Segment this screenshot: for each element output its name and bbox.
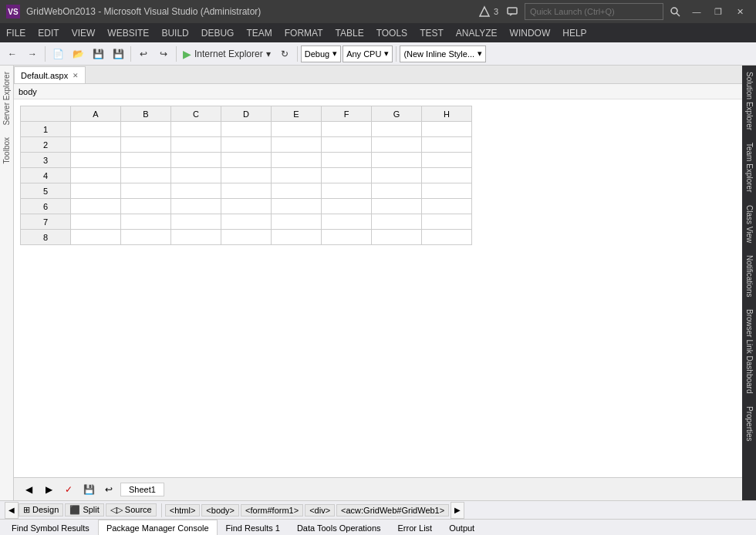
menu-item-view[interactable]: VIEW bbox=[66, 23, 102, 42]
cell-C8[interactable] bbox=[171, 230, 221, 245]
cell-B6[interactable] bbox=[121, 199, 171, 214]
output-tab-1[interactable]: Package Manager Console bbox=[98, 520, 218, 535]
cell-H2[interactable] bbox=[422, 137, 472, 153]
restore-button[interactable]: ❐ bbox=[708, 2, 728, 22]
cell-A7[interactable] bbox=[71, 214, 121, 230]
forward-button[interactable]: → bbox=[23, 45, 42, 63]
cell-F1[interactable] bbox=[322, 122, 372, 137]
cell-H5[interactable] bbox=[422, 183, 472, 199]
cell-C2[interactable] bbox=[171, 137, 221, 153]
cell-B3[interactable] bbox=[121, 153, 171, 168]
cell-H1[interactable] bbox=[422, 122, 472, 137]
debug-mode-dropdown[interactable]: Debug ▾ bbox=[301, 45, 341, 62]
menu-item-table[interactable]: TABLE bbox=[329, 23, 370, 42]
cell-A3[interactable] bbox=[71, 153, 121, 168]
cell-H7[interactable] bbox=[422, 214, 472, 230]
cell-G2[interactable] bbox=[372, 137, 422, 153]
cell-E3[interactable] bbox=[272, 153, 322, 168]
breadcrumb-tag[interactable]: <html> bbox=[165, 504, 201, 516]
breadcrumb-tag[interactable]: <body> bbox=[201, 504, 239, 516]
cell-B8[interactable] bbox=[121, 230, 171, 245]
menu-item-analyze[interactable]: ANALYZE bbox=[450, 23, 504, 42]
breadcrumb-left-arrow[interactable]: ◀ bbox=[5, 502, 19, 519]
cell-D7[interactable] bbox=[221, 214, 272, 230]
sheet-tab-1[interactable]: Sheet1 bbox=[120, 483, 164, 496]
breadcrumb-tag[interactable]: <form#form1> bbox=[241, 504, 303, 516]
cell-E6[interactable] bbox=[272, 199, 322, 214]
menu-item-test[interactable]: TEST bbox=[413, 23, 450, 42]
style-dropdown[interactable]: (New Inline Style... ▾ bbox=[400, 45, 486, 62]
cell-F3[interactable] bbox=[322, 153, 372, 168]
document-tab-default-aspx[interactable]: Default.aspx ✕ bbox=[14, 66, 86, 83]
cell-H6[interactable] bbox=[422, 199, 472, 214]
cell-D2[interactable] bbox=[221, 137, 272, 153]
cell-F2[interactable] bbox=[322, 137, 372, 153]
cell-A8[interactable] bbox=[71, 230, 121, 245]
notifications-tab[interactable]: Notifications bbox=[744, 249, 755, 303]
solution-explorer-tab[interactable]: Solution Explorer bbox=[744, 66, 755, 136]
menu-item-website[interactable]: WEBSITE bbox=[101, 23, 155, 42]
cell-B4[interactable] bbox=[121, 168, 171, 183]
cell-A1[interactable] bbox=[71, 122, 121, 137]
undo-button[interactable]: ↩ bbox=[134, 45, 153, 63]
output-tab-4[interactable]: Error List bbox=[390, 520, 441, 535]
design-tab[interactable]: ⊞ Design bbox=[19, 503, 63, 516]
platform-dropdown[interactable]: Any CPU ▾ bbox=[343, 45, 393, 62]
cell-C3[interactable] bbox=[171, 153, 221, 168]
cell-F6[interactable] bbox=[322, 199, 372, 214]
menu-item-format[interactable]: FORMAT bbox=[278, 23, 329, 42]
run-button[interactable]: ▶ Internet Explorer ▾ bbox=[180, 45, 274, 63]
cell-C1[interactable] bbox=[171, 122, 221, 137]
breadcrumb-tag[interactable]: <acw:GridWeb#GridWeb1> bbox=[336, 504, 449, 516]
undo-sheet-button[interactable]: ↩ bbox=[100, 481, 117, 498]
cell-D1[interactable] bbox=[221, 122, 272, 137]
cell-H3[interactable] bbox=[422, 153, 472, 168]
cell-G3[interactable] bbox=[372, 153, 422, 168]
cell-E2[interactable] bbox=[272, 137, 322, 153]
save-button[interactable]: 💾 bbox=[89, 45, 107, 63]
output-tab-2[interactable]: Find Results 1 bbox=[218, 520, 289, 535]
check-button[interactable]: ✓ bbox=[60, 481, 77, 498]
cell-E8[interactable] bbox=[272, 230, 322, 245]
cell-F4[interactable] bbox=[322, 168, 372, 183]
cell-A2[interactable] bbox=[71, 137, 121, 153]
new-file-button[interactable]: 📄 bbox=[49, 45, 67, 63]
cell-F5[interactable] bbox=[322, 183, 372, 199]
output-tab-3[interactable]: Data Tools Operations bbox=[289, 520, 390, 535]
cell-A4[interactable] bbox=[71, 168, 121, 183]
cell-D6[interactable] bbox=[221, 199, 272, 214]
cell-H4[interactable] bbox=[422, 168, 472, 183]
quick-launch-input[interactable] bbox=[525, 3, 663, 20]
cell-D8[interactable] bbox=[221, 230, 272, 245]
output-tab-5[interactable]: Output bbox=[440, 520, 483, 535]
cell-F8[interactable] bbox=[322, 230, 372, 245]
cell-D5[interactable] bbox=[221, 183, 272, 199]
cell-G5[interactable] bbox=[372, 183, 422, 199]
cell-B1[interactable] bbox=[121, 122, 171, 137]
cell-H8[interactable] bbox=[422, 230, 472, 245]
source-tab[interactable]: ◁▷ Source bbox=[106, 503, 157, 516]
cell-A6[interactable] bbox=[71, 199, 121, 214]
grid-editor[interactable]: A B C D E F G H 12345678 bbox=[14, 99, 742, 477]
menu-item-edit[interactable]: EDIT bbox=[32, 23, 65, 42]
menu-item-window[interactable]: WINDOW bbox=[504, 23, 557, 42]
properties-tab[interactable]: Properties bbox=[744, 400, 755, 448]
browser-link-tab[interactable]: Browser Link Dashboard bbox=[744, 303, 755, 400]
menu-item-debug[interactable]: DEBUG bbox=[195, 23, 241, 42]
cell-A5[interactable] bbox=[71, 183, 121, 199]
team-explorer-tab[interactable]: Team Explorer bbox=[744, 136, 755, 198]
open-file-button[interactable]: 📂 bbox=[69, 45, 87, 63]
menu-item-tools[interactable]: TOOLS bbox=[370, 23, 413, 42]
cell-E7[interactable] bbox=[272, 214, 322, 230]
minimize-button[interactable]: — bbox=[687, 2, 707, 22]
cell-B2[interactable] bbox=[121, 137, 171, 153]
menu-item-team[interactable]: TEAM bbox=[240, 23, 278, 42]
cell-F7[interactable] bbox=[322, 214, 372, 230]
cell-C7[interactable] bbox=[171, 214, 221, 230]
refresh-button[interactable]: ↻ bbox=[275, 45, 294, 63]
cell-C4[interactable] bbox=[171, 168, 221, 183]
menu-item-help[interactable]: HELP bbox=[556, 23, 592, 42]
back-button[interactable]: ← bbox=[3, 45, 22, 63]
cell-E1[interactable] bbox=[272, 122, 322, 137]
output-tab-0[interactable]: Find Symbol Results bbox=[3, 520, 98, 535]
